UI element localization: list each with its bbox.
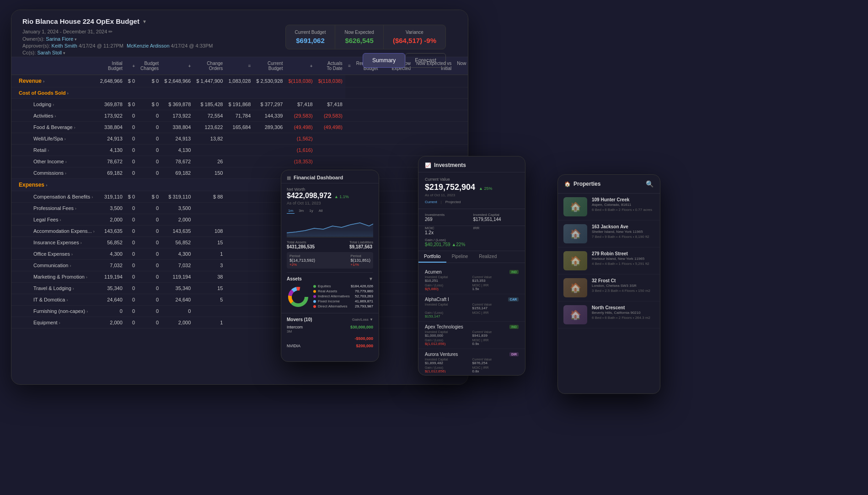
property-item[interactable]: 🏠 109 Hunter Creek Aspen, Colorado, 8161… — [558, 194, 660, 221]
property-details: 7 Bed • 9 Bath • 4 Floors • 8,190 ft2 — [592, 235, 654, 239]
portfolio-item-name: Aurora Ventures — [425, 352, 458, 357]
row-value-cell — [253, 133, 285, 145]
cc-chevron[interactable]: ▾ — [63, 51, 65, 55]
cc-name[interactable]: Sarah Stoll — [37, 50, 62, 55]
row-name-cell[interactable]: Cost of Goods Sold › — [11, 87, 97, 99]
row-name-cell[interactable]: Food & Beverage › — [11, 122, 97, 133]
row-value-cell: $ 0 — [138, 99, 161, 110]
kpi-current-budget: Current Budget $691,062 — [286, 25, 336, 49]
row-name-cell[interactable]: Insurance Expenses › — [11, 237, 97, 248]
owner-chevron[interactable]: ▾ — [75, 37, 77, 42]
port-tab-pipeline[interactable]: Pipeline — [446, 251, 474, 263]
properties-search-icon[interactable]: 🔍 — [646, 180, 654, 188]
row-value-cell: $ 185,428 — [193, 99, 225, 110]
row-value-cell: 4,300 — [97, 248, 125, 260]
port-tab-portfolio[interactable]: Portfolio — [418, 251, 446, 263]
owner-name[interactable]: Sarina Fiore — [46, 36, 73, 42]
property-item[interactable]: 🏠 163 Jackson Ave Shelter Island, New Yo… — [558, 221, 660, 248]
date-range: January 1, 2024 - December 31, 2024 — [22, 29, 107, 34]
edit-icon[interactable]: ✏ — [108, 29, 113, 34]
row-name-cell[interactable]: Compensation & Benefits › — [11, 191, 97, 203]
movers-filter[interactable]: Gain/Loss ▼ — [352, 317, 373, 322]
row-name-cell[interactable]: Expenses › — [11, 179, 97, 191]
row-name-cell[interactable]: Furnishing (non-capex) › — [11, 306, 97, 317]
row-value-cell: 0 — [138, 283, 161, 294]
row-value-cell: $ 0 — [138, 191, 161, 203]
row-value-cell: 150 — [193, 167, 225, 179]
budget-data-table: InitialBudget + BudgetChanges + ChangeOr… — [11, 57, 468, 328]
property-name: North Crescent — [592, 305, 654, 310]
port-tab-realized[interactable]: Realized — [473, 251, 502, 263]
time-tab-1m[interactable]: 1m — [287, 208, 295, 214]
inv-stat-irr: IRR — [473, 226, 519, 235]
portfolio-item[interactable]: AlphaCraft I CAR Invested Capital Curren… — [418, 294, 525, 322]
table-row: Office Expenses ›4,300004,3001(564) — [11, 248, 468, 260]
property-item[interactable]: 🏠 32 Frost Ct London, Chelsea SW3 3SR 3 … — [558, 274, 660, 301]
time-tab-3m[interactable]: 3m — [297, 208, 305, 214]
tab-summary[interactable]: Summary — [363, 53, 405, 68]
row-value-cell — [316, 145, 345, 156]
row-name-cell[interactable]: Professional Fees › — [11, 203, 97, 214]
row-name-cell[interactable]: Commissions › — [11, 167, 97, 179]
movers-title: Movers (10) — [287, 317, 312, 322]
mover-name-intercom: Intercom — [287, 325, 303, 329]
budget-title: Rio Blanca House 224 OpEx Budget — [22, 17, 139, 25]
inv-tab-projected[interactable]: Projected — [445, 200, 461, 204]
tab-forecast[interactable]: Forecast — [405, 53, 446, 68]
row-name-cell[interactable]: IT & Domotica › — [11, 294, 97, 306]
portfolio-item[interactable]: Aurora Ventures DIR Invested Capital $1,… — [418, 349, 525, 373]
assets-collapse-icon[interactable]: ▼ — [369, 276, 373, 281]
row-name-cell[interactable]: Travel & Lodging › — [11, 283, 97, 294]
row-name-cell[interactable]: Communication › — [11, 260, 97, 271]
portfolio-item-details: Invested Capital $1,899,482 Current Valu… — [425, 358, 519, 373]
port-ic: Invested Capital $10,251 — [425, 275, 472, 283]
row-name-cell[interactable]: Equipment › — [11, 317, 97, 328]
property-location: London, Chelsea SW3 3SR — [592, 284, 654, 288]
port-cv: Current Value $941,839 — [472, 330, 519, 338]
property-info: 109 Hunter Creek Aspen, Colorado, 81611 … — [592, 197, 654, 212]
dashboard-time-tabs: 1m 3m 1y All — [287, 208, 324, 214]
row-value-cell: 144,339 — [253, 110, 285, 122]
row-name-cell[interactable]: Lodging › — [11, 99, 97, 110]
budget-chevron-icon[interactable]: ▾ — [143, 18, 146, 25]
property-info: 32 Frost Ct London, Chelsea SW3 3SR 3 Be… — [592, 278, 654, 293]
time-tab-1y[interactable]: 1y — [308, 208, 314, 214]
row-value-cell: 119,194 — [97, 271, 125, 283]
row-value-cell: 4,130 — [161, 145, 193, 156]
property-item[interactable]: 🏠 North Crescent Beverly Hills, Californ… — [558, 301, 660, 328]
row-name-cell[interactable]: Marketing & Promotion › — [11, 271, 97, 283]
portfolio-item[interactable]: Apex Technologies IND Invested Capital $… — [418, 322, 525, 349]
portfolio-list[interactable]: Acumen IND Invested Capital $10,251 Curr… — [418, 263, 525, 373]
approver1-name[interactable]: Keith Smith — [52, 43, 77, 48]
row-value-cell: 173,922 — [97, 110, 125, 122]
row-name-cell[interactable]: Other Income › — [11, 156, 97, 167]
row-value-cell — [225, 248, 253, 260]
properties-title: Properties — [573, 181, 600, 187]
row-value-cell: 35,340 — [161, 283, 193, 294]
row-value-cell: 0 — [125, 271, 138, 283]
row-name-cell[interactable]: Well/Life/Spa › — [11, 133, 97, 145]
row-name-cell[interactable]: Revenue › — [11, 75, 97, 87]
row-value-cell — [193, 306, 225, 317]
budget-table[interactable]: InitialBudget + BudgetChanges + ChangeOr… — [11, 57, 468, 366]
approver1-date: 4/17/24 @ 11:27PM — [79, 43, 123, 48]
mover-name-nvidia: NVIDIA — [287, 344, 300, 348]
property-item[interactable]: 🏠 279 Robin Street Harbour Island, New Y… — [558, 248, 660, 274]
dashboard-body: Net Worth $422,098,972 ▲ 1.1% As of Oct … — [281, 183, 379, 313]
row-value-cell — [253, 145, 285, 156]
portfolio-item[interactable]: Acumen IND Invested Capital $10,251 Curr… — [418, 267, 525, 294]
row-name-cell[interactable]: Accommodation Expens... › — [11, 226, 97, 237]
properties-list[interactable]: 🏠 109 Hunter Creek Aspen, Colorado, 8161… — [558, 194, 660, 390]
row-value-cell: 4,300 — [161, 248, 193, 260]
row-value-cell: (29,583) — [285, 110, 315, 122]
row-name-cell[interactable]: Activities › — [11, 110, 97, 122]
row-name-cell[interactable]: Office Expenses › — [11, 248, 97, 260]
row-value-cell: 0 — [138, 122, 161, 133]
row-value-cell — [193, 179, 225, 191]
approver2-name[interactable]: McKenzie Ardisson — [127, 43, 170, 48]
time-tab-all[interactable]: All — [317, 208, 324, 214]
row-name-cell[interactable]: Retail › — [11, 145, 97, 156]
inv-tab-current[interactable]: Current — [425, 200, 437, 204]
row-name-cell[interactable]: Legal Fees › — [11, 214, 97, 226]
row-value-cell: 0 — [125, 214, 138, 226]
